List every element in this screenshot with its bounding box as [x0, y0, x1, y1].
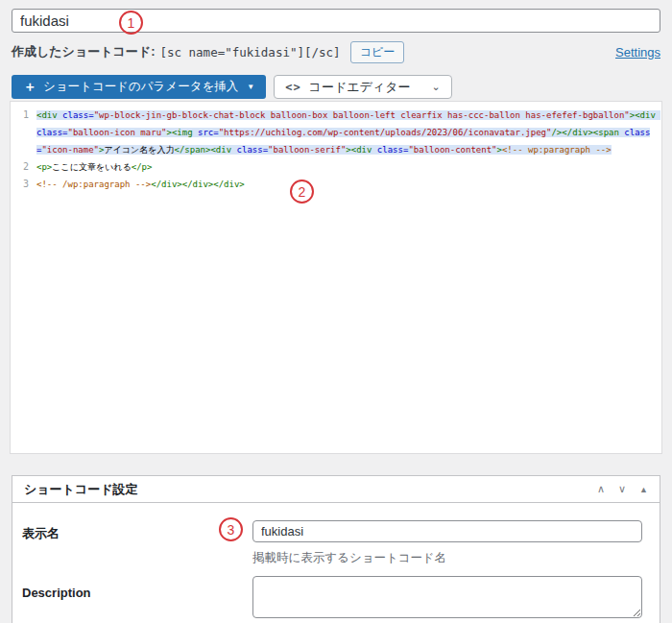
- description-textarea[interactable]: [252, 576, 642, 618]
- editor-toolbar: ＋ ショートコードのパラメータを挿入 ▼ <> コードエディター ⌄: [12, 75, 452, 99]
- generated-shortcode-label: 作成したショートコード:: [12, 43, 155, 60]
- chevron-down-icon: ⌄: [431, 81, 440, 93]
- line-number: 1: [11, 107, 34, 158]
- editor-mode-dropdown[interactable]: <> コードエディター ⌄: [274, 75, 452, 99]
- shortcode-settings-panel: ショートコード設定 ∧ ∨ ▲ 表示名 掲載時に表示するショートコード名 Des…: [12, 475, 660, 623]
- line-number: 3: [11, 176, 34, 193]
- code-lines-container: 1<div class="wp-block-jin-gb-block-chat-…: [11, 107, 661, 193]
- shortcode-name-input[interactable]: [12, 9, 660, 33]
- panel-controls: ∧ ∨ ▲: [597, 483, 648, 495]
- move-down-icon[interactable]: ∨: [618, 483, 626, 495]
- shortcoder-admin-page: { "page": { "bg_color": "#f0f0f1", "acce…: [0, 0, 672, 623]
- collapse-toggle-icon[interactable]: ▲: [639, 485, 648, 494]
- insert-parameter-label: ショートコードのパラメータを挿入: [43, 79, 238, 95]
- code-line-content[interactable]: <!-- /wp:paragraph --></div></div></div>: [34, 176, 661, 193]
- insert-parameter-button[interactable]: ＋ ショートコードのパラメータを挿入 ▼: [12, 75, 266, 99]
- editor-mode-label: コードエディター: [309, 79, 411, 96]
- code-line-content[interactable]: <p>ここに文章をいれる</p>: [34, 158, 661, 176]
- description-label: Description: [22, 586, 91, 600]
- panel-title: ショートコード設定: [24, 481, 138, 498]
- code-line: 1<div class="wp-block-jin-gb-block-chat-…: [11, 107, 661, 158]
- code-line: 2<p>ここに文章をいれる</p>: [11, 158, 661, 176]
- plus-icon: ＋: [23, 79, 36, 96]
- move-up-icon[interactable]: ∧: [597, 483, 605, 495]
- copy-button[interactable]: コピー: [350, 41, 405, 63]
- code-editor[interactable]: 1<div class="wp-block-jin-gb-block-chat-…: [10, 101, 662, 454]
- display-name-help: 掲載時に表示するショートコード名: [252, 550, 446, 566]
- generated-shortcode-value: [sc name="fukidasi"][/sc]: [159, 45, 340, 60]
- code-line: 3<!-- /wp:paragraph --></div></div></div…: [11, 176, 661, 193]
- line-number: 2: [11, 158, 34, 176]
- caret-down-icon: ▼: [247, 83, 254, 91]
- code-line-content[interactable]: <div class="wp-block-jin-gb-block-chat-b…: [34, 107, 661, 158]
- code-brackets-icon: <>: [285, 81, 300, 94]
- display-name-input[interactable]: [252, 520, 642, 542]
- settings-link[interactable]: Settings: [615, 45, 660, 60]
- panel-header: ショートコード設定 ∧ ∨ ▲: [12, 476, 660, 503]
- display-name-label: 表示名: [22, 525, 60, 542]
- generated-shortcode-bar: 作成したショートコード: [sc name="fukidasi"][/sc] コ…: [12, 42, 660, 61]
